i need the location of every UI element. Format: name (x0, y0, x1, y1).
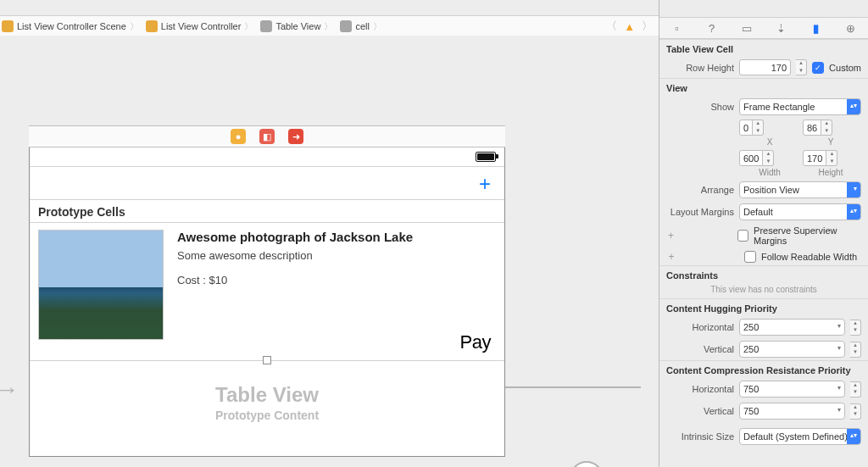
attributes-inspector-tab-icon[interactable]: ⇣ (773, 22, 790, 35)
scene-dock-icon[interactable] (570, 461, 604, 467)
battery-icon (476, 152, 496, 162)
tableview-placeholder-title: Table View (30, 383, 504, 407)
cell-thumbnail (38, 230, 164, 340)
row-height-stepper[interactable]: ▲▼ (796, 59, 807, 75)
tableview-placeholder-sub: Prototype Content (30, 409, 504, 422)
breadcrumb: List View Controller Scene List View Con… (0, 15, 659, 37)
chp-horizontal-input[interactable]: 250▾ (739, 319, 845, 336)
intrinsic-size-select[interactable]: Default (System Defined)▴▾ (739, 428, 861, 445)
row-height-input[interactable]: 170 (739, 59, 791, 75)
scene-toolbar: ● ◧ ➜ (29, 125, 505, 147)
ccrp-vertical-input[interactable]: 750▾ (739, 403, 845, 420)
custom-checkbox[interactable]: ✓ (812, 62, 824, 74)
crumb-scene[interactable]: List View Controller Scene (0, 20, 144, 33)
inspector-tabs: ▫ ? ▭ ⇣ ▮ ⊕ (659, 18, 868, 39)
file-inspector-tab-icon[interactable]: ▫ (669, 22, 686, 35)
canvas-area: → ● ◧ ➜ + Prototype Cells Awesome photog… (0, 36, 659, 467)
chp-vertical-input[interactable]: 250▾ (739, 341, 845, 358)
section-compression-resistance: Content Compression Resistance Priority (659, 360, 868, 378)
cell-description: Some awesome description (177, 249, 496, 262)
navigation-bar: + (30, 167, 504, 200)
inspector-panel: ▫ ? ▭ ⇣ ▮ ⊕ Table View Cell Row Height 1… (659, 0, 868, 467)
add-trait-button[interactable]: + (666, 251, 676, 263)
prototype-cell[interactable]: Awesome photograph of Jackson Lake Some … (30, 222, 504, 361)
add-button[interactable]: + (479, 172, 491, 196)
resize-handle[interactable] (263, 356, 271, 364)
scene-owner-icon[interactable]: ● (231, 129, 246, 144)
cell-cost: Cost : $10 (177, 274, 496, 286)
crumb-tableview[interactable]: Table View (259, 20, 338, 33)
width-input[interactable]: 600 (739, 150, 763, 166)
section-content-hugging: Content Hugging Priority (659, 298, 868, 316)
first-responder-icon[interactable]: ◧ (259, 129, 275, 144)
show-select[interactable]: Frame Rectangle▴▾ (739, 98, 861, 115)
ios-statusbar (30, 147, 504, 167)
cell-title: Awesome photograph of Jackson Lake (177, 230, 496, 244)
segue-line (505, 386, 641, 388)
follow-readable-checkbox[interactable] (744, 251, 756, 263)
arrange-select[interactable]: Position View▾ (739, 181, 861, 198)
apple-pay-mark: Pay (460, 331, 491, 353)
layout-margins-select[interactable]: Default▴▾ (739, 203, 861, 220)
connections-inspector-tab-icon[interactable]: ⊕ (843, 22, 860, 35)
crumb-controller[interactable]: List View Controller (144, 20, 259, 33)
add-trait-button[interactable]: + (666, 230, 676, 242)
crumb-cell[interactable]: cell (338, 20, 387, 33)
nav-forward-icon[interactable]: 〉 (642, 19, 653, 34)
y-input[interactable]: 86 (803, 120, 821, 136)
size-inspector-tab-icon[interactable]: ▮ (808, 22, 825, 35)
section-view: View (659, 78, 868, 96)
no-constraints-note: This view has no constraints (659, 283, 868, 298)
warning-icon[interactable]: ▲ (624, 20, 635, 33)
ccrp-horizontal-input[interactable]: 750▾ (739, 381, 845, 398)
section-table-view-cell: Table View Cell (659, 39, 868, 57)
nav-back-icon[interactable]: 〈 (606, 19, 617, 34)
prototype-cells-label: Prototype Cells (30, 200, 504, 222)
segue-arrow-icon: → (0, 376, 19, 403)
x-input[interactable]: 0 (739, 120, 753, 136)
section-constraints: Constraints (659, 265, 868, 283)
identity-inspector-tab-icon[interactable]: ▭ (738, 22, 755, 35)
exit-icon[interactable]: ➜ (288, 129, 303, 144)
preserve-superview-checkbox[interactable] (737, 230, 748, 242)
height-input[interactable]: 170 (803, 150, 826, 166)
storyboard-scene[interactable]: ● ◧ ➜ + Prototype Cells Awesome photogra… (29, 125, 505, 457)
help-inspector-tab-icon[interactable]: ? (704, 22, 721, 35)
